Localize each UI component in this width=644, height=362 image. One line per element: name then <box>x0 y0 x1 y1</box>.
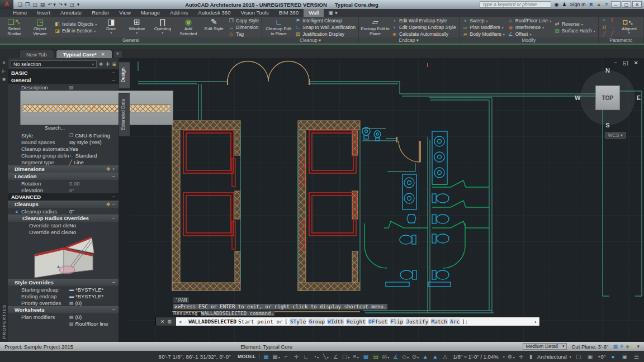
section-style-overrides[interactable]: Style Overrides− <box>8 279 119 286</box>
edit-style-button[interactable]: ✎Edit Style <box>201 17 226 37</box>
section-cleanups[interactable]: Cleanups❖ − <box>8 201 119 208</box>
command-option-style[interactable]: STyle <box>290 318 307 325</box>
row-override-start[interactable]: Override start cle...No <box>8 222 119 228</box>
polar-tracking-icon[interactable]: ◔▾ <box>312 354 320 360</box>
command-option-width[interactable]: WIdth <box>327 318 344 325</box>
tab-bim-360[interactable]: BIM 360 <box>274 9 304 17</box>
help-search-input[interactable] <box>480 1 551 8</box>
quick-select-icon[interactable]: ❖ <box>99 61 103 67</box>
ortho-mode-icon[interactable]: ∟ <box>302 354 310 360</box>
project-bar-more-icon[interactable]: ▾ <box>637 344 640 349</box>
lineweight-icon[interactable]: ≡▾ <box>352 354 359 360</box>
object-snap-tracking-icon[interactable]: ∠ <box>332 354 339 360</box>
dynamic-input-icon[interactable]: ✛ <box>292 354 300 360</box>
doc-tab-close-icon[interactable]: ✕ <box>101 52 105 57</box>
offset-button[interactable]: ∠Offset▾ <box>508 31 551 37</box>
row-description[interactable]: Description▤ <box>8 84 119 90</box>
palette-tab-design[interactable]: Design <box>119 61 130 88</box>
lock-ui-icon[interactable]: ▣ <box>586 354 594 360</box>
new-file-icon[interactable]: ❏ <box>18 2 22 7</box>
toggle-pickadd-icon[interactable]: ⊞ <box>112 61 116 67</box>
units-value[interactable]: Architectural <box>537 354 567 360</box>
panel-label-parametric[interactable]: Parametric <box>599 37 643 44</box>
workspace-switching-icon[interactable]: ⚙▾ <box>508 354 515 360</box>
section-location[interactable]: Location− <box>8 173 119 180</box>
customization-menu-icon[interactable]: ☰ <box>632 354 641 360</box>
cleanups-worksheet-icon[interactable]: ❖ <box>106 201 111 207</box>
3d-object-snap-icon[interactable]: ◎▾ <box>382 354 389 360</box>
graphics-performance-icon[interactable]: ● <box>609 354 617 360</box>
annotation-scale-value[interactable]: 1/8" = 1'-0" / 1.04% <box>451 354 500 360</box>
command-option-group[interactable]: Group <box>308 318 325 325</box>
restore-button[interactable]: ▢ <box>622 1 631 8</box>
edit-wall-endcap-style-button[interactable]: ◖Edit Wall Endcap Style <box>391 18 456 23</box>
viewcube-south[interactable]: S <box>605 122 609 128</box>
row-rotation[interactable]: Rotation0.00 <box>8 180 119 187</box>
display-config-icon[interactable]: ▦ <box>613 344 618 349</box>
window-button[interactable]: ⊞Window▾ <box>124 17 149 37</box>
viewcube-east[interactable]: E <box>637 94 641 101</box>
section-worksheets[interactable]: Worksheets− <box>8 306 119 313</box>
command-recent-toggle[interactable]: ▴ <box>534 319 537 324</box>
tag-button[interactable]: ◇Tag <box>228 31 259 37</box>
qat-customize-icon[interactable]: ▾ <box>77 2 80 7</box>
row-elevation[interactable]: Elevation0" <box>8 187 119 193</box>
dynamic-ucs-icon[interactable]: ∡ <box>392 354 399 360</box>
parallel-constraint-icon[interactable]: ‖ <box>611 17 613 24</box>
gizmo-icon[interactable]: ⊙▾ <box>412 354 419 360</box>
command-customize-icon[interactable]: ⚙ <box>167 319 172 325</box>
interference-button[interactable]: ◉Interference▾ <box>508 25 551 30</box>
command-option-flip[interactable]: Flip <box>390 318 404 325</box>
row-plan-modifiers[interactable]: Plan modifiers▤(0) <box>8 313 119 320</box>
row-override-end[interactable]: Override end clea...No <box>8 228 119 235</box>
panel-label-modify[interactable]: Modify <box>460 37 598 44</box>
plot-icon[interactable]: ▤ <box>40 2 45 7</box>
viewcube-top-face[interactable]: TOP <box>595 85 620 110</box>
section-general[interactable]: General− <box>8 77 119 84</box>
row-cleanup-group[interactable]: Cleanup group defini...∟Standard <box>8 152 119 159</box>
doc-tab-new[interactable]: New Tab <box>19 50 54 58</box>
palette-close-icon[interactable]: ✕ <box>2 60 6 65</box>
viewport-close-icon[interactable]: ✕ <box>634 60 638 66</box>
opening-button[interactable]: ∏Opening▾ <box>150 17 175 37</box>
minimize-button[interactable]: – <box>611 1 621 8</box>
endcap-edit-in-place-button[interactable]: ▱Endcap Edit in Place <box>361 17 390 37</box>
viewport-minimize-icon[interactable]: − <box>614 60 617 66</box>
tab-annotate[interactable]: Annotate <box>55 9 87 17</box>
annotation-scale-icon[interactable]: △ <box>442 354 449 360</box>
grid-display-icon[interactable]: ▦ <box>263 354 270 360</box>
isodraft-icon[interactable]: ╲▾ <box>323 354 330 360</box>
app-logo-icon[interactable]: A <box>0 0 13 9</box>
panel-label-general[interactable]: General <box>0 37 262 44</box>
wcs-menu[interactable]: WCS ▾ <box>605 132 626 139</box>
section-dimensions[interactable]: Dimensions❖ + <box>8 165 119 173</box>
snap-to-wall-justification-button[interactable]: ∟Snap to Wall Justification <box>295 25 356 30</box>
workspace-icon[interactable]: ◳ <box>69 2 74 7</box>
description-edit-icon[interactable]: ▤ <box>69 85 74 90</box>
dimensions-worksheet-icon[interactable]: ❖ <box>106 166 111 172</box>
section-advanced[interactable]: ADVANCED− <box>8 193 119 201</box>
viewcube-north[interactable]: N <box>605 67 610 74</box>
horizontal-constraint-icon[interactable]: ─ <box>610 24 614 31</box>
command-option-arc[interactable]: Arc <box>449 318 460 325</box>
edit-in-section-button[interactable]: ◪Edit in Section▾ <box>54 28 97 34</box>
row-starting-endcap[interactable]: Starting endcap▬*BYSTYLE* <box>8 286 119 293</box>
plan-modifiers-button[interactable]: ▱Plan Modifiers▾ <box>462 25 505 30</box>
elevation-value[interactable]: +0" <box>598 354 605 360</box>
row-style[interactable]: Style❐CMU-8 Furring <box>8 132 119 139</box>
edit-opening-endcap-style-button[interactable]: ◗Edit Opening Endcap Style <box>391 25 456 30</box>
tab-manage[interactable]: Manage <box>136 9 165 17</box>
snap-mode-icon[interactable]: ▦▾ <box>272 354 280 360</box>
tab-home[interactable]: Home <box>8 9 32 17</box>
search-icon[interactable]: ◉ <box>555 2 559 7</box>
palette-properties-icon[interactable]: ✱ <box>2 77 6 82</box>
diagonal-constraint2-icon[interactable]: ╱ <box>610 31 613 37</box>
autoscale-icon[interactable]: ▲ <box>432 354 439 360</box>
command-option-justify[interactable]: Justify <box>405 318 429 325</box>
viewcube-west[interactable]: W <box>575 94 580 101</box>
tab-wall[interactable]: Wall <box>304 9 324 17</box>
redo-icon[interactable]: ↷ ▾ <box>59 2 67 7</box>
selection-dropdown[interactable]: No selection▾ <box>11 60 97 68</box>
tab-insert[interactable]: Insert <box>32 9 55 17</box>
viewport-restore-icon[interactable]: ◱ <box>623 60 628 66</box>
